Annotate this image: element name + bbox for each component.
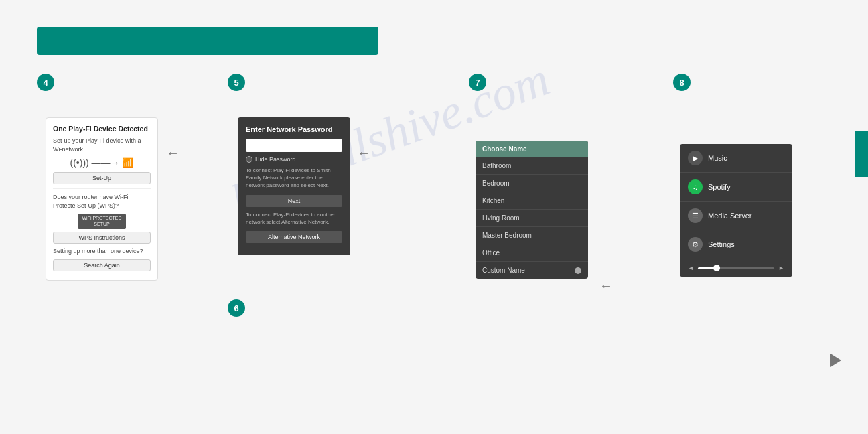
music-label: Music [708, 154, 727, 162]
panel4-text: Set-up your Play-Fi device with a Wi-net… [53, 137, 151, 153]
media-server-label: Media Server [708, 212, 751, 220]
menu-item-music[interactable]: ▶ Music [680, 144, 792, 173]
custom-name-dot [575, 267, 581, 274]
menu-item-settings[interactable]: ⚙ Settings [680, 230, 792, 259]
panel-7-choose-name: Choose Name Bathroom Bedroom Kitchen Liv… [476, 141, 588, 279]
menu-item-mediaserver[interactable]: ☰ Media Server [680, 202, 792, 230]
step-8-number: 8 [673, 74, 691, 91]
panel5-title: Enter Network Password [246, 125, 342, 133]
spotify-label: Spotify [708, 183, 731, 191]
step-7-number: 7 [469, 74, 486, 91]
play-icon: ▶ [688, 151, 703, 165]
slider-thumb[interactable] [713, 265, 720, 271]
wps-instructions-button[interactable]: WPS Instructions [53, 232, 151, 244]
wps-logo: WiFi PROTECTEDSETUP [53, 214, 151, 228]
volume-max-icon[interactable]: ► [778, 265, 784, 271]
panel-8-menu: ▶ Music ♫ Spotify ☰ Media Server ⚙ Setti… [680, 144, 792, 277]
multi-device-text: Setting up more than one device? [53, 247, 151, 256]
setup-button[interactable]: Set-Up [53, 172, 151, 184]
volume-min-icon[interactable]: ◄ [688, 265, 694, 271]
arrow-7: ← [599, 278, 613, 293]
list-item-customname[interactable]: Custom Name [476, 262, 588, 279]
list-item-office[interactable]: Office [476, 244, 588, 262]
panel5-text1: To connect Play-Fi devices to Smith Fami… [246, 167, 342, 190]
panel-5-network-password: Enter Network Password Hide Password To … [238, 117, 350, 255]
spotify-icon: ♫ [688, 179, 703, 194]
search-again-button[interactable]: Search Again [53, 259, 151, 271]
step-5-number: 5 [228, 74, 245, 91]
step-4-number: 4 [37, 74, 54, 91]
top-bar [37, 27, 378, 55]
wps-question-text: Does your router have Wi-Fi Protecte Set… [53, 193, 151, 210]
panel-4-device-detected: One Play-Fi Device Detected Set-up your … [46, 117, 158, 281]
panel7-header: Choose Name [476, 141, 588, 157]
list-item-masterbedroom[interactable]: Master Bedroom [476, 227, 588, 244]
play-triangle-icon [830, 354, 841, 367]
step-6-number: 6 [228, 299, 245, 317]
list-item-bedroom[interactable]: Bedroom [476, 175, 588, 192]
panel5-text2: To connect Play-Fi devices to another ne… [246, 211, 342, 226]
settings-icon: ⚙ [688, 237, 703, 252]
next-button[interactable]: Next [246, 195, 342, 207]
wifi-icon: ((•))) ——→ 📶 [53, 157, 151, 168]
list-item-livingroom[interactable]: Living Room [476, 210, 588, 227]
hide-password-radio[interactable] [246, 156, 252, 163]
volume-track [698, 267, 774, 269]
arrow-4: ← [166, 145, 179, 161]
right-tab [855, 131, 868, 177]
hide-password-row: Hide Password [246, 156, 342, 163]
media-server-icon: ☰ [688, 208, 703, 223]
alternative-network-button[interactable]: Alternative Network [246, 231, 342, 243]
volume-slider-row: ◄ ► [680, 259, 792, 277]
password-input[interactable] [246, 139, 342, 152]
settings-label: Settings [708, 240, 735, 248]
panel4-title: One Play-Fi Device Detected [53, 125, 151, 133]
wps-badge: WiFi PROTECTEDSETUP [78, 214, 125, 228]
hide-password-label: Hide Password [255, 156, 296, 163]
menu-item-spotify[interactable]: ♫ Spotify [680, 173, 792, 202]
list-item-kitchen[interactable]: Kitchen [476, 192, 588, 210]
arrow-5: ← [357, 145, 370, 161]
list-item-bathroom[interactable]: Bathroom [476, 157, 588, 175]
